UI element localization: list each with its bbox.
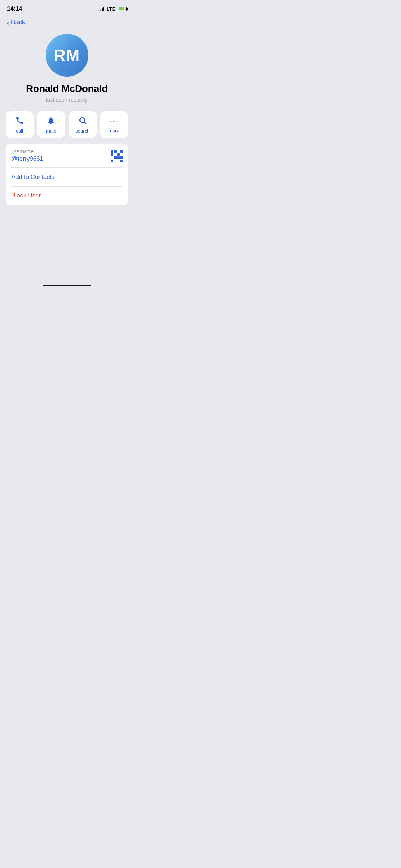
- svg-line-1: [84, 122, 86, 124]
- profile-status: last seen recently: [46, 97, 88, 103]
- profile-name: Ronald McDonald: [26, 83, 108, 94]
- call-label: call: [16, 128, 23, 134]
- action-buttons-row: call mute search ··· more: [0, 111, 134, 138]
- block-user-row[interactable]: Block User: [6, 186, 128, 205]
- search-button[interactable]: search: [69, 111, 97, 138]
- back-chevron-icon: ‹: [7, 19, 10, 26]
- info-card: username @terry9661 Add to Contacts: [6, 144, 128, 205]
- back-button[interactable]: ‹ Back: [7, 19, 25, 26]
- avatar-initials: RM: [54, 46, 80, 65]
- status-time: 14:14: [7, 5, 22, 12]
- lte-label: LTE: [107, 6, 115, 12]
- add-contacts-label: Add to Contacts: [11, 174, 55, 180]
- search-icon: [78, 116, 87, 126]
- username-value: @terry9661: [11, 155, 43, 162]
- svg-point-0: [80, 118, 85, 123]
- status-right: LTE ⚡: [98, 6, 127, 12]
- battery-icon: ⚡: [118, 7, 127, 11]
- signal-icon: [98, 6, 104, 11]
- mute-button[interactable]: mute: [37, 111, 65, 138]
- profile-section: RM Ronald McDonald last seen recently: [0, 30, 134, 111]
- more-button[interactable]: ··· more: [100, 111, 128, 138]
- avatar: RM: [46, 34, 88, 77]
- more-icon: ···: [109, 117, 119, 126]
- qr-icon[interactable]: [111, 150, 122, 161]
- call-icon: [15, 116, 24, 126]
- home-indicator: [43, 285, 91, 286]
- call-button[interactable]: call: [6, 111, 34, 138]
- mute-label: mute: [46, 128, 56, 134]
- mute-icon: [47, 116, 55, 126]
- add-contacts-row[interactable]: Add to Contacts: [6, 168, 128, 186]
- more-label: more: [109, 128, 119, 133]
- back-label: Back: [11, 19, 25, 26]
- username-row: username @terry9661: [6, 144, 128, 167]
- block-user-label: Block User: [11, 192, 41, 199]
- nav-bar: ‹ Back: [0, 16, 134, 30]
- username-info: username @terry9661: [11, 149, 43, 162]
- status-bar: 14:14 LTE ⚡: [0, 0, 134, 16]
- username-label: username: [11, 149, 43, 154]
- search-label: search: [76, 128, 89, 134]
